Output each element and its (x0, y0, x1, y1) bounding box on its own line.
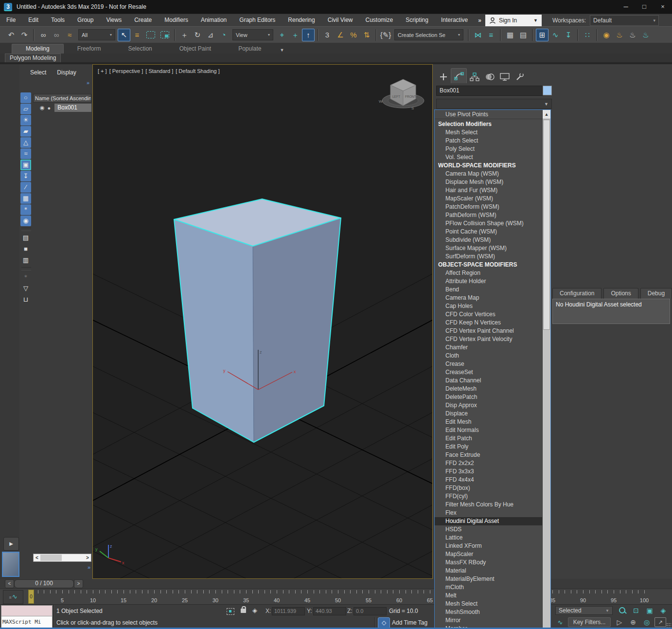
modifier-item[interactable]: Lattice (435, 534, 542, 542)
modifier-item[interactable]: FFD(cyl) (435, 492, 542, 501)
modifier-item[interactable]: CFD Vertex Paint Velocity (435, 335, 542, 343)
modifier-item[interactable]: MeshSmooth (435, 608, 542, 616)
modifier-item[interactable]: Material (435, 567, 542, 575)
zoom-region-icon[interactable]: ⊡ (630, 606, 642, 615)
modifier-list-dropdown[interactable]: ▼ (436, 99, 552, 109)
maximize-button[interactable]: □ (635, 0, 654, 14)
menu-tools[interactable]: Tools (45, 14, 71, 26)
scrollbar-thumb[interactable] (40, 555, 62, 561)
select-and-rotate-icon[interactable]: ↻ (191, 29, 204, 41)
edit-named-selection-sets-icon[interactable]: {✎} (379, 29, 392, 41)
maxscript-mini-listener[interactable]: MAXScript Mi (1, 605, 53, 628)
modifier-item[interactable]: Edit Normals (435, 426, 542, 434)
macro-recorder-pane[interactable] (1, 606, 52, 616)
explorer-menu-display[interactable]: Display (57, 69, 76, 76)
y-coord-field[interactable]: 440.93 (313, 607, 346, 615)
scrollbar-thumb[interactable] (543, 120, 550, 330)
modifier-item[interactable]: Vol. Select (435, 153, 542, 162)
select-and-scale-icon[interactable]: ⊿ (204, 29, 217, 41)
tab-hierarchy[interactable] (467, 71, 482, 83)
selection-filter-dropdown[interactable]: All▾ (78, 29, 115, 40)
zoom-extents-icon[interactable]: ▣ (644, 606, 655, 615)
select-and-link-icon[interactable]: ∞ (37, 29, 50, 41)
modifier-item[interactable]: Face Extrude (435, 451, 542, 459)
modifier-item[interactable]: Affect Region (435, 269, 542, 277)
modifier-item[interactable]: DeletePatch (435, 393, 542, 401)
scroll-right-icon[interactable]: > (84, 555, 91, 560)
modifier-item[interactable]: Edit Poly (435, 443, 542, 451)
tab-display[interactable] (497, 71, 512, 83)
render-production-icon[interactable]: ♨ (639, 29, 652, 41)
ribbon-toggle-icon[interactable]: ⊞ (536, 29, 548, 41)
zoom-icon[interactable] (617, 606, 628, 615)
modifier-item[interactable]: SurfDeform (WSM) (435, 252, 542, 261)
object-color-swatch[interactable] (543, 86, 552, 95)
modifier-item[interactable]: Edit Patch (435, 434, 542, 443)
select-by-name-icon[interactable]: ≡ (131, 29, 143, 41)
modifier-item[interactable]: MassFX RBody (435, 558, 542, 567)
modifier-item[interactable]: Melt (435, 592, 542, 600)
display-space-warps-icon[interactable]: ≈ (20, 148, 31, 159)
explorer-column-header[interactable]: Name (Sorted Ascending (33, 94, 91, 103)
modifier-item[interactable]: Poly Select (435, 145, 542, 153)
menu-animation[interactable]: Animation (195, 14, 233, 26)
menu-graph-editors[interactable]: Graph Editors (233, 14, 282, 26)
modifier-item[interactable]: Camera Map (435, 294, 542, 302)
modifier-item[interactable]: Mesh Select (435, 128, 542, 137)
modifier-item[interactable]: Patch Select (435, 137, 542, 145)
menu-edit[interactable]: Edit (22, 14, 45, 26)
modifier-item[interactable]: Cap Holes (435, 302, 542, 310)
keyboard-shortcut-override-icon[interactable]: ↑ (302, 29, 315, 41)
modifier-item[interactable]: CFD Vertex Paint Channel (435, 327, 542, 335)
modifier-item[interactable]: DeleteMesh (435, 385, 542, 393)
visibility-eye-icon[interactable]: ◉ (40, 105, 45, 111)
rectangular-selection-region-icon[interactable] (146, 31, 155, 38)
explorer-horizontal-scrollbar[interactable]: < > (33, 554, 91, 562)
modifier-item[interactable]: CFD Color Vertices (435, 310, 542, 319)
play-animation-icon[interactable]: ▷ (614, 617, 625, 627)
modifier-item[interactable]: Surface Mapper (WSM) (435, 244, 542, 252)
angle-snap-icon[interactable]: ∠ (334, 29, 347, 41)
time-slider-handle[interactable]: 0 (28, 590, 34, 604)
modifier-item[interactable]: PathDeform (WSM) (435, 211, 542, 219)
view-swatch-icon[interactable]: ■ (20, 244, 31, 254)
window-resize-grip[interactable] (666, 623, 671, 628)
previous-frame-button[interactable]: < (5, 579, 14, 588)
menu-modifiers[interactable]: Modifiers (158, 14, 195, 26)
select-and-move-icon[interactable]: ＋ (178, 29, 191, 41)
display-hidden-icon[interactable]: ＊ (20, 204, 31, 215)
select-and-place-icon[interactable]: ◔ (217, 29, 230, 41)
time-tag-cube-icon[interactable]: ◇ (378, 617, 390, 629)
expand-panel-button[interactable]: ▶ (3, 537, 19, 551)
display-helpers-icon[interactable]: △ (20, 137, 31, 148)
scene-converter-icon[interactable]: ∷ (581, 29, 594, 41)
modifier-item[interactable]: Linked XForm (435, 542, 542, 550)
hda-tab-configuration[interactable]: Configuration (552, 288, 601, 299)
modifier-item[interactable]: Flex (435, 509, 542, 517)
modifier-item[interactable]: Attribute Holder (435, 277, 542, 286)
explorer-bottom-chevron[interactable]: » (88, 564, 90, 570)
box-object[interactable] (174, 199, 341, 442)
layer-explorer-toggle-icon[interactable]: ▤ (517, 29, 530, 41)
object-name-field[interactable]: Box001 (436, 86, 543, 96)
key-mode-toggle-icon[interactable]: ∿ (554, 618, 566, 628)
scene-explorer-toggle-icon[interactable]: ▦ (504, 29, 516, 41)
menu-create[interactable]: Create (128, 14, 158, 26)
render-setup-icon[interactable]: ♨ (613, 29, 626, 41)
modifier-item[interactable]: Data Channel (435, 377, 542, 385)
filter-settings-icon[interactable]: ＊ (20, 272, 31, 283)
menu-file[interactable]: File (0, 14, 22, 26)
modifier-item[interactable]: HSDS (435, 525, 542, 534)
x-coord-field[interactable]: 1011.939 (272, 607, 305, 615)
tab-create[interactable] (436, 71, 451, 83)
menu-group[interactable]: Group (71, 14, 100, 26)
modifier-item[interactable]: MapScaler (WSM) (435, 195, 542, 203)
workspace-dropdown[interactable]: Default ▾ (590, 15, 659, 26)
tab-motion[interactable] (482, 71, 497, 83)
menu-views[interactable]: Views (100, 14, 128, 26)
ribbon-tab-populate[interactable]: Populate (225, 44, 275, 54)
ribbon-tab-object-paint[interactable]: Object Paint (166, 44, 225, 54)
material-editor-icon[interactable]: ◉ (600, 29, 613, 41)
modifier-item[interactable]: FFD 4x4x4 (435, 476, 542, 484)
sign-in-button[interactable]: Sign In ▼ (485, 15, 542, 26)
